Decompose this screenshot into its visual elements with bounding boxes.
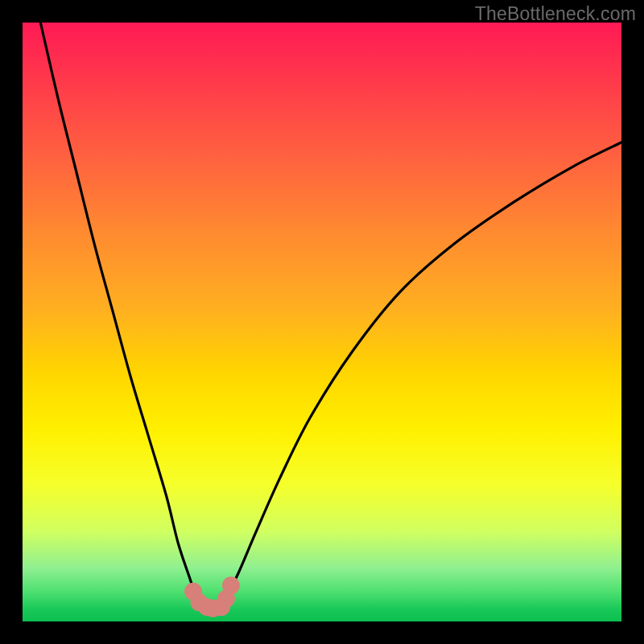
chart-svg [23,23,621,621]
highlight-dot [222,576,240,594]
chart-plot-area [23,23,621,621]
chart-frame: TheBottleneck.com [0,0,644,644]
watermark-text: TheBottleneck.com [475,3,636,25]
highlight-dots [184,576,240,617]
bottleneck-curve [40,23,621,610]
